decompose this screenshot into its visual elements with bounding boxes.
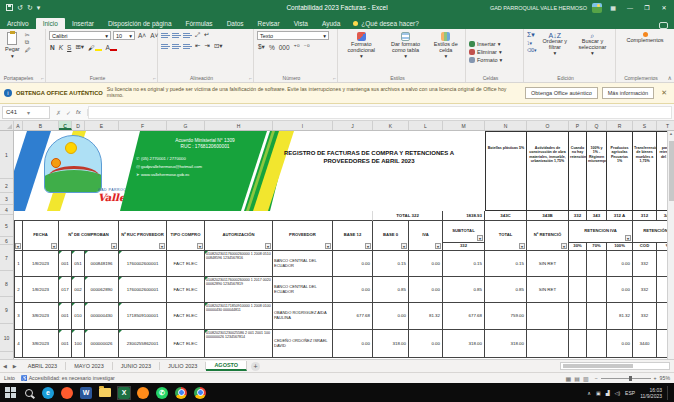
- show-desktop-button[interactable]: [667, 386, 670, 400]
- cell-ruc[interactable]: 2300255862001: [119, 330, 167, 358]
- tray-network-icon[interactable]: ▟: [606, 390, 610, 396]
- word-icon[interactable]: W: [80, 387, 92, 399]
- copy-icon[interactable]: ⧉: [25, 39, 31, 46]
- cell-cod[interactable]: 332: [633, 251, 657, 277]
- excel-icon[interactable]: X: [118, 387, 130, 399]
- total-value-cell[interactable]: 1838.93: [443, 211, 485, 221]
- wrap-text-icon[interactable]: ↵: [203, 31, 210, 39]
- cell-prov[interactable]: BANCO CENTRAL DEL ECUADOR: [273, 251, 333, 277]
- row-header-2[interactable]: 2: [0, 179, 13, 193]
- ribbon-display-options-icon[interactable]: ▦: [607, 4, 619, 11]
- addins-button[interactable]: Complementos: [625, 31, 666, 45]
- filter-dropdown-icon[interactable]: ▾: [51, 243, 57, 249]
- formula-input[interactable]: [88, 106, 672, 119]
- cell-estab[interactable]: 017: [59, 277, 72, 303]
- row-header-8[interactable]: 8: [0, 271, 13, 297]
- row-header-7[interactable]: 7: [0, 245, 13, 271]
- header-autorizacion[interactable]: AUTORIZACIÓN▾: [205, 221, 273, 251]
- cell-total[interactable]: 759.00: [485, 303, 527, 330]
- filter-dropdown-icon[interactable]: ▾: [435, 243, 441, 249]
- autosum-icon[interactable]: Σ▾: [527, 31, 537, 39]
- cell-prov[interactable]: BANCO CENTRAL DEL ECUADOR: [273, 277, 333, 303]
- cell-ruc[interactable]: 1718509100001: [119, 303, 167, 330]
- total-row-spacer[interactable]: [14, 211, 373, 221]
- increase-indent-icon[interactable]: ⇥: [203, 42, 210, 50]
- cell-pto[interactable]: 002: [72, 277, 85, 303]
- cell-n[interactable]: 3: [14, 303, 23, 330]
- find-select-button[interactable]: ⌕ Buscar y seleccionar▾: [573, 31, 612, 58]
- customize-qat-icon[interactable]: ▾: [37, 4, 41, 11]
- clock[interactable]: 16:03 11/9/2023: [640, 387, 662, 399]
- cell-subtotal[interactable]: 0.15: [443, 251, 485, 277]
- cell-nret[interactable]: [527, 330, 569, 358]
- cell-aut[interactable]: 0108202301176000260000 1 2017 0020000628…: [205, 277, 273, 303]
- column-header-P[interactable]: P: [569, 121, 587, 130]
- cell-subtotal[interactable]: 0.85: [443, 277, 485, 303]
- header-comprobante[interactable]: Nº DE COMPROBAN▾: [59, 221, 119, 251]
- filter-dropdown-icon[interactable]: ▾: [401, 243, 407, 249]
- column-header-E[interactable]: E: [85, 121, 119, 130]
- enter-icon[interactable]: ✓: [66, 109, 71, 116]
- increase-decimal-icon[interactable]: ⁺⁰: [293, 43, 301, 51]
- align-middle-icon[interactable]: [172, 32, 181, 39]
- column-header-M[interactable]: M: [443, 121, 485, 130]
- retention-header-4[interactable]: 100% y 1% - Régimen microempresa: [587, 131, 607, 211]
- sheet-tab-julio-2023[interactable]: JULIO 2023: [160, 362, 206, 370]
- conditional-formatting-button[interactable]: Formato condicional▾: [341, 31, 382, 60]
- cell-nret[interactable]: [527, 303, 569, 330]
- cell-aut[interactable]: 0108202301176000260000 1 2008 0510008485…: [205, 251, 273, 277]
- cell-tipo[interactable]: FACT ELEC: [167, 251, 205, 277]
- ribbon-tab-inicio[interactable]: Inicio: [36, 18, 65, 29]
- format-cells-button[interactable]: Formato ▾: [469, 57, 502, 63]
- cell-base0[interactable]: 318.00: [373, 330, 409, 358]
- column-header-H[interactable]: H: [205, 121, 273, 130]
- cell-sec[interactable]: 000000430: [85, 303, 119, 330]
- header-cod[interactable]: COD: [633, 243, 657, 251]
- filter-dropdown-icon[interactable]: ▾: [365, 243, 371, 249]
- filter-dropdown-icon[interactable]: ▾: [15, 243, 21, 249]
- retention-header-6[interactable]: Transferencia de bienes muebles a 1,75%: [633, 131, 657, 211]
- cell-p100[interactable]: 0.00: [607, 277, 633, 303]
- cell-base12[interactable]: 677.68: [333, 303, 373, 330]
- cell-p30[interactable]: [569, 330, 587, 358]
- fill-color-icon[interactable]: 🖌: [87, 44, 103, 51]
- header-70[interactable]: 70%: [587, 243, 607, 251]
- column-header-Q[interactable]: Q: [587, 121, 607, 130]
- sheet-tab-agosto[interactable]: AGOSTO: [206, 361, 247, 371]
- cell-n[interactable]: 2: [14, 277, 23, 303]
- header-subtotal[interactable]: SUBTOTAL▾: [443, 221, 485, 243]
- sheet-tab-abril-2023[interactable]: ABRIL 2023: [20, 362, 66, 370]
- cell-ruc[interactable]: 1760002600001: [119, 251, 167, 277]
- borders-icon[interactable]: ⊞▾: [74, 43, 85, 51]
- accessibility-status[interactable]: ♿ Accesibilidad: es necesario investigar: [21, 375, 115, 381]
- start-button[interactable]: [4, 387, 16, 399]
- header-tipo-comprobante[interactable]: TIPO COMPRO▾: [167, 221, 205, 251]
- ribbon-tab-datos[interactable]: Datos: [220, 18, 251, 29]
- column-header-R[interactable]: R: [607, 121, 633, 130]
- header-base0[interactable]: BASE 0▾: [373, 221, 409, 251]
- edge-icon[interactable]: e: [42, 387, 54, 399]
- row-header-10[interactable]: 10: [0, 324, 13, 352]
- format-painter-icon[interactable]: 🖉: [25, 47, 31, 53]
- tray-expand-icon[interactable]: ∧: [587, 390, 591, 396]
- ribbon-tab-f-rmulas[interactable]: Fórmulas: [179, 18, 220, 29]
- chrome-icon[interactable]: [175, 387, 187, 399]
- italic-button[interactable]: K: [58, 44, 64, 51]
- column-header-D[interactable]: D: [72, 121, 85, 130]
- cell-fecha[interactable]: 1/8/2023: [23, 251, 59, 277]
- cell-styles-button[interactable]: Estilos de celda▾: [430, 31, 462, 60]
- retention-code-cell[interactable]: 312 A: [607, 211, 633, 221]
- cut-icon[interactable]: ✂: [25, 31, 31, 38]
- cell-pto[interactable]: 051: [72, 251, 85, 277]
- column-header-A[interactable]: A: [14, 121, 23, 130]
- new-sheet-button[interactable]: +: [251, 362, 260, 371]
- ribbon-tab-disposici-n-de-p-gina[interactable]: Disposición de página: [101, 18, 179, 29]
- zoom-slider[interactable]: [601, 378, 651, 379]
- cell-n[interactable]: 1: [14, 251, 23, 277]
- ribbon-tab-revisar[interactable]: Revisar: [251, 18, 287, 29]
- cell-fecha[interactable]: 3/8/2023: [23, 330, 59, 358]
- cell-iva[interactable]: 0.00: [409, 277, 443, 303]
- insert-function-icon[interactable]: fx: [76, 109, 81, 116]
- filter-dropdown-icon[interactable]: ▾: [519, 243, 525, 249]
- header-index[interactable]: ▾: [14, 221, 23, 251]
